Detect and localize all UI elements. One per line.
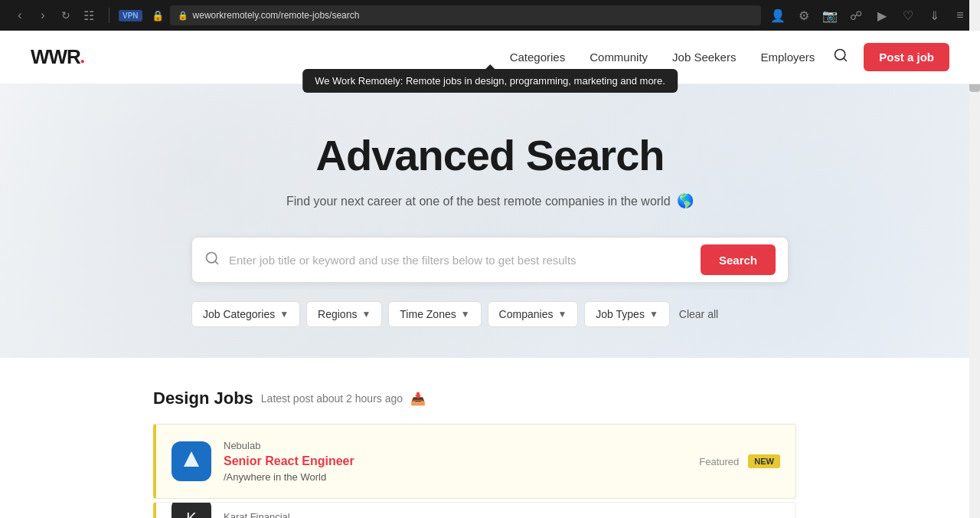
companies-filter[interactable]: Companies ▼ <box>488 301 579 327</box>
chevron-down-icon: ▼ <box>649 309 658 320</box>
header: WWR● Categories Community Job Seekers Em… <box>0 31 980 84</box>
logo-dot: ● <box>80 57 84 65</box>
job-location: /Anywhere in the World <box>224 471 687 483</box>
time-zones-label: Time Zones <box>400 308 456 320</box>
page: WWR● Categories Community Job Seekers Em… <box>0 31 980 518</box>
address-bar[interactable]: 🔒 weworkremotely.com/remote-jobs/search <box>170 5 761 25</box>
play-icon[interactable]: ▶ <box>871 5 893 26</box>
hero-section: Advanced Search Find your next career at… <box>0 84 980 358</box>
company-logo <box>172 441 211 481</box>
companies-label: Companies <box>499 308 554 320</box>
job-categories-filter[interactable]: Job Categories ▼ <box>191 301 300 327</box>
job-card[interactable]: Nebulab Senior React Engineer /Anywhere … <box>153 424 796 499</box>
section-subtitle: Latest post about 2 hours ago <box>261 392 403 405</box>
job-types-label: Job Types <box>596 308 645 320</box>
forward-button[interactable]: › <box>32 5 54 26</box>
hero-title: Advanced Search <box>31 130 949 180</box>
time-zones-filter[interactable]: Time Zones ▼ <box>388 301 481 327</box>
chevron-down-icon: ▼ <box>361 309 371 320</box>
vpn-badge: VPN <box>119 10 142 21</box>
hero-subtitle: Find your next career at one of the best… <box>31 192 949 209</box>
main-content: Design Jobs Latest post about 2 hours ag… <box>0 358 980 518</box>
extensions-icon[interactable]: ⚙ <box>793 5 815 26</box>
chevron-down-icon: ▼ <box>461 309 470 320</box>
nav-community[interactable]: Community <box>590 51 648 64</box>
refresh-button[interactable]: ↻ <box>55 5 77 26</box>
url-text: weworkremotely.com/remote-jobs/search <box>193 10 753 21</box>
nav-categories[interactable]: Categories <box>510 51 566 64</box>
regions-filter[interactable]: Regions ▼ <box>306 301 382 327</box>
favorites-icon[interactable]: ♡ <box>897 5 919 26</box>
camera-icon[interactable]: 📷 <box>819 5 841 26</box>
search-box: Search <box>191 237 789 283</box>
globe-emoji: 🌎 <box>677 193 694 208</box>
search-input[interactable] <box>229 254 691 267</box>
job-meta: Featured NEW <box>699 454 780 468</box>
section-title: Design Jobs <box>153 388 253 408</box>
svg-line-3 <box>215 261 218 264</box>
section-header: Design Jobs Latest post about 2 hours ag… <box>153 388 796 408</box>
company-name: Nebulab <box>224 440 687 451</box>
clear-all-button[interactable]: Clear all <box>676 302 721 326</box>
company-logo: K <box>172 502 211 518</box>
regions-label: Regions <box>318 308 357 320</box>
menu-icon[interactable]: ≡ <box>949 5 971 26</box>
tab-overview-button[interactable]: ☷ <box>78 5 100 26</box>
main-nav: Categories Community Job Seekers Employe… <box>510 51 815 64</box>
header-search-button[interactable] <box>830 44 851 70</box>
job-info: Nebulab Senior React Engineer /Anywhere … <box>224 440 687 483</box>
job-categories-label: Job Categories <box>203 308 275 320</box>
job-types-filter[interactable]: Job Types ▼ <box>584 301 669 327</box>
back-button[interactable]: ‹ <box>9 5 31 26</box>
profile-icon[interactable]: 👤 <box>767 5 789 26</box>
new-badge: NEW <box>748 454 780 468</box>
job-info: Karat Financial <box>224 511 780 519</box>
logo-text: WWR● <box>31 45 84 69</box>
chevron-down-icon: ▼ <box>279 309 289 320</box>
search-button[interactable]: Search <box>701 244 776 275</box>
job-card[interactable]: K Karat Financial <box>153 502 796 518</box>
post-job-button[interactable]: Post a job <box>864 43 949 71</box>
lock-icon: 🔒 <box>178 11 188 21</box>
company-name: Karat Financial <box>224 511 780 519</box>
download-icon[interactable]: ⇓ <box>923 5 945 26</box>
filters-container: Job Categories ▼ Regions ▼ Time Zones ▼ … <box>191 301 789 327</box>
svg-marker-4 <box>184 451 199 467</box>
svg-line-1 <box>844 58 847 61</box>
settings-icon[interactable]: ☍ <box>845 5 867 26</box>
search-icon <box>204 251 220 270</box>
search-container: Search <box>191 237 789 283</box>
logo-link[interactable]: WWR● <box>31 45 84 69</box>
job-title: Senior React Engineer <box>224 454 687 468</box>
browser-chrome: ‹ › ↻ ☷ VPN 🔒 🔒 weworkremotely.com/remot… <box>0 0 980 31</box>
featured-label: Featured <box>699 456 739 467</box>
nav-job-seekers[interactable]: Job Seekers <box>672 51 736 64</box>
rss-icon[interactable]: 📥 <box>410 392 426 406</box>
nav-employers[interactable]: Employers <box>760 51 815 64</box>
chevron-down-icon: ▼ <box>557 309 567 320</box>
